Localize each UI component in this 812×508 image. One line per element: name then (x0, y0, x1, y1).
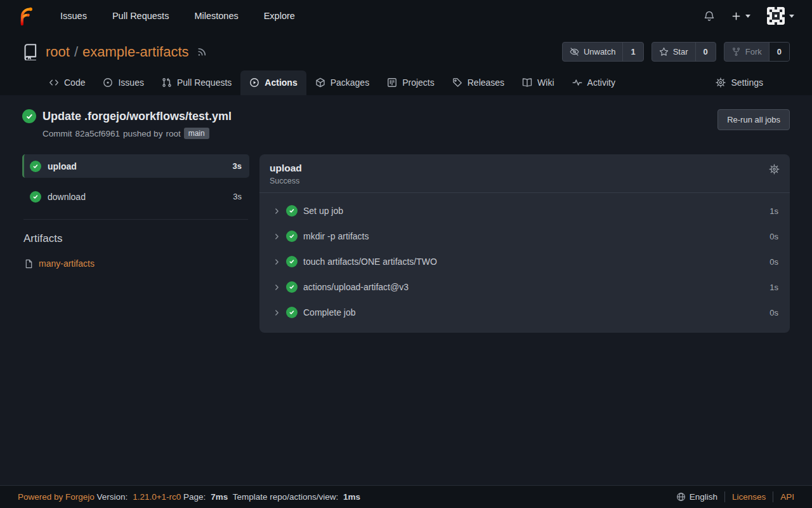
step-row-setup-job[interactable]: Set up job 1s (259, 198, 790, 224)
fork-button-group: Fork 0 (724, 42, 790, 62)
chevron-down-icon (789, 15, 794, 18)
tag-icon (452, 77, 462, 88)
forks-count[interactable]: 0 (769, 43, 789, 61)
nav-link-milestones[interactable]: Milestones (194, 11, 238, 21)
powered-by-link[interactable]: Powered by Forgejo (18, 492, 95, 502)
tab-projects[interactable]: Projects (378, 70, 443, 95)
settings-gear-icon (716, 77, 726, 88)
pusher-link[interactable]: root (166, 129, 180, 138)
success-check-icon (286, 307, 298, 318)
step-row-upload-artifact[interactable]: actions/upload-artifact@v3 1s (259, 274, 790, 300)
star-button-group: Star 0 (652, 42, 716, 62)
job-detail-panel: upload Success Set up job (259, 154, 790, 333)
repository-icon (22, 44, 39, 60)
issue-circle-dot-icon (103, 77, 113, 88)
notifications-bell-icon[interactable] (704, 10, 715, 22)
artifact-download-link[interactable]: many-artifacts (39, 258, 95, 269)
pulse-icon (572, 77, 582, 88)
success-check-icon (30, 191, 41, 203)
chevron-right-icon (273, 284, 280, 291)
chevron-down-icon (745, 15, 750, 18)
success-check-icon (286, 231, 298, 242)
success-check-icon (30, 161, 41, 172)
tab-activity[interactable]: Activity (563, 70, 624, 95)
step-row-touch[interactable]: touch artifacts/ONE artifacts/TWO 0s (259, 249, 790, 274)
repo-breadcrumb: root/example-artifacts (46, 44, 189, 60)
play-circle-icon (249, 77, 259, 88)
watchers-count[interactable]: 1 (622, 43, 643, 61)
tab-releases[interactable]: Releases (443, 70, 513, 95)
actions-run-view: Update .forgejo/workflows/test.yml Commi… (0, 95, 812, 485)
eye-slash-icon (570, 47, 579, 57)
tab-packages[interactable]: Packages (306, 70, 378, 95)
api-link[interactable]: API (780, 492, 794, 502)
step-duration: 1s (769, 283, 778, 292)
job-detail-title: upload (270, 163, 302, 174)
commit-summary: Commit 82a5cf6961 pushed by root main (43, 128, 232, 139)
licenses-link[interactable]: Licenses (732, 492, 766, 502)
fork-icon (731, 47, 741, 57)
job-duration: 3s (233, 161, 242, 171)
unwatch-button[interactable]: Unwatch (563, 43, 623, 61)
log-settings-gear-icon[interactable] (769, 164, 780, 175)
star-icon (659, 47, 669, 57)
package-icon (315, 77, 325, 88)
globe-icon (676, 492, 686, 502)
nav-link-explore[interactable]: Explore (264, 11, 295, 21)
footer-divider (773, 491, 773, 502)
tab-settings[interactable]: Settings (707, 70, 772, 95)
forgejo-logo-icon[interactable] (18, 6, 35, 26)
repo-name-link[interactable]: example-artifacts (82, 44, 189, 60)
chevron-right-icon (273, 233, 280, 240)
success-check-icon (22, 109, 36, 123)
branch-badge[interactable]: main (184, 128, 209, 139)
star-button[interactable]: Star (652, 43, 695, 61)
rerun-all-jobs-button[interactable]: Re-run all jobs (717, 109, 790, 130)
job-duration: 3s (233, 192, 242, 201)
create-new-dropdown[interactable] (731, 11, 750, 21)
tab-actions[interactable]: Actions (240, 70, 306, 95)
job-item-upload[interactable]: upload 3s (22, 154, 249, 178)
git-pull-request-icon (162, 77, 172, 88)
nav-link-issues[interactable]: Issues (60, 11, 87, 21)
repo-owner-link[interactable]: root (46, 44, 70, 60)
page-footer: Powered by Forgejo Version: 1.21.0+1-rc0… (0, 485, 812, 508)
footer-build-info: Powered by Forgejo Version: 1.21.0+1-rc0… (18, 492, 363, 502)
step-row-mkdir[interactable]: mkdir -p artifacts 0s (259, 224, 790, 249)
sidebar-divider (23, 219, 248, 220)
tab-wiki[interactable]: Wiki (513, 70, 563, 95)
project-board-icon (387, 77, 397, 88)
commit-sha-link[interactable]: 82a5cf6961 (75, 129, 121, 138)
user-menu-dropdown[interactable] (767, 7, 794, 25)
step-row-complete-job[interactable]: Complete job 0s (259, 300, 790, 325)
tab-pull-requests[interactable]: Pull Requests (153, 70, 240, 95)
step-duration: 0s (769, 232, 778, 241)
chevron-right-icon (273, 309, 280, 316)
rss-feed-icon[interactable] (197, 46, 207, 57)
book-open-icon (522, 77, 532, 88)
jobs-sidebar: upload 3s download 3s Artifacts many-art… (22, 154, 249, 269)
nav-link-pull-requests[interactable]: Pull Requests (112, 11, 169, 21)
tab-issues[interactable]: Issues (94, 70, 152, 95)
step-name: Set up job (303, 206, 343, 216)
step-name: Complete job (303, 307, 356, 318)
step-duration: 0s (769, 257, 778, 267)
steps-list: Set up job 1s mkdir -p artifacts 0s (259, 193, 790, 333)
step-name: mkdir -p artifacts (303, 231, 369, 241)
run-title: Update .forgejo/workflows/test.yml (22, 109, 232, 123)
repo-header: root/example-artifacts Unwatch 1 (0, 32, 812, 95)
step-duration: 1s (769, 206, 778, 216)
job-item-download[interactable]: download 3s (22, 185, 249, 208)
file-icon (24, 259, 34, 269)
user-avatar (767, 7, 785, 25)
tab-code[interactable]: Code (40, 70, 94, 95)
step-name: actions/upload-artifact@v3 (303, 282, 409, 292)
chevron-right-icon (273, 258, 280, 265)
chevron-right-icon (273, 208, 280, 215)
version-link[interactable]: 1.21.0+1-rc0 (133, 492, 181, 502)
code-icon (49, 77, 59, 88)
language-selector[interactable]: English (676, 492, 717, 502)
stars-count[interactable]: 0 (695, 43, 716, 61)
artifact-list-item: many-artifacts (22, 258, 249, 269)
success-check-icon (286, 256, 298, 267)
